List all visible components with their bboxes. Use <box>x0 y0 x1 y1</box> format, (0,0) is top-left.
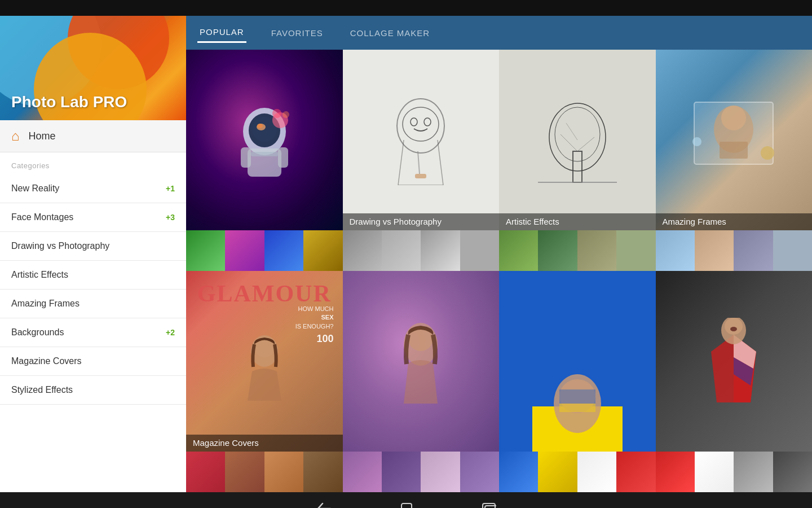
svg-line-26 <box>566 123 577 140</box>
back-icon <box>316 502 332 508</box>
nav-item-label: Magazine Covers <box>11 356 82 366</box>
cell-label-overlay: Artistic Effects <box>499 213 656 230</box>
svg-line-24 <box>561 134 577 151</box>
grid-cell-amazing-frames[interactable]: Amazing Frames <box>656 50 813 271</box>
nav-item-label: Drawing vs Photography <box>11 241 109 251</box>
thumb-2 <box>382 452 421 492</box>
home-button[interactable] <box>399 501 414 508</box>
thumb-4 <box>616 452 655 492</box>
recents-icon <box>482 502 496 508</box>
grid-cell-flag-face[interactable] <box>499 271 656 492</box>
thumb-1 <box>186 230 225 271</box>
cell-label: Amazing Frames <box>663 217 726 226</box>
svg-point-23 <box>555 107 600 161</box>
thumb-3 <box>734 452 773 492</box>
tab-collage-maker[interactable]: COLLAGE MAKER <box>348 24 432 42</box>
thumb-3 <box>264 452 303 492</box>
content-area: POPULAR FAVORITES COLLAGE MAKER <box>186 16 812 492</box>
back-button[interactable] <box>316 502 332 508</box>
thumb-2 <box>225 452 264 492</box>
thumbnail-row <box>343 230 500 271</box>
grid-cell-artistic[interactable]: Artistic Effects <box>499 50 656 271</box>
svg-rect-19 <box>415 174 426 178</box>
thumb-2 <box>225 230 264 271</box>
svg-rect-7 <box>278 147 288 168</box>
svg-point-33 <box>692 137 701 146</box>
app-title: Photo Lab PRO <box>11 93 127 111</box>
svg-rect-31 <box>720 142 748 159</box>
thumbnail-row <box>656 452 813 492</box>
grid-cell-new-reality[interactable] <box>186 50 343 271</box>
thumb-4 <box>303 230 342 271</box>
sidebar: Photo Lab PRO ⌂ Home Categories New Real… <box>0 16 186 492</box>
thumb-2 <box>382 230 421 271</box>
nav-item-label: Artistic Effects <box>11 270 68 280</box>
thumb-2 <box>695 230 734 271</box>
thumb-3 <box>421 230 460 271</box>
svg-point-46 <box>730 327 737 331</box>
grid-cell-artistic-image <box>499 50 656 230</box>
thumbnail-row <box>656 230 813 271</box>
grid-cell-face-montages[interactable]: GLAMOUR HOW MUCHSEXIS ENOUGH? 100 <box>186 271 343 492</box>
thumbnail-row <box>343 452 500 492</box>
thumb-1 <box>186 452 225 492</box>
svg-rect-42 <box>559 389 595 404</box>
svg-rect-6 <box>241 147 251 168</box>
thumbnail-row <box>499 452 656 492</box>
grid-cell-backgrounds[interactable] <box>343 271 500 492</box>
nav-item-badge: +3 <box>166 213 175 222</box>
grid-cell-main-image <box>186 50 343 230</box>
thumb-2 <box>538 230 577 271</box>
grid-cell-sports[interactable] <box>656 271 813 492</box>
cell-label-overlay: Magazine Covers <box>186 435 343 452</box>
svg-point-11 <box>283 111 289 118</box>
magazine-woman <box>236 333 293 401</box>
flag-face-illustration <box>532 361 623 452</box>
thumb-label-cell <box>460 230 499 271</box>
home-icon <box>399 501 414 508</box>
tab-bar: POPULAR FAVORITES COLLAGE MAKER <box>186 16 812 50</box>
grid-cell-frames-image <box>656 50 813 230</box>
nav-item-label: New Reality <box>11 183 59 194</box>
home-nav-item[interactable]: ⌂ Home <box>0 120 186 152</box>
status-bar <box>0 0 812 16</box>
tab-favorites[interactable]: FAVORITES <box>269 24 325 42</box>
thumb-4 <box>773 230 812 271</box>
tab-popular[interactable]: POPULAR <box>197 23 246 43</box>
svg-point-13 <box>403 107 439 141</box>
grid-cell-sports-image <box>656 271 813 452</box>
sidebar-item-stylized-effects[interactable]: Stylized Effects <box>0 376 186 405</box>
sidebar-item-new-reality[interactable]: New Reality +1 <box>0 174 186 203</box>
home-label: Home <box>29 130 56 142</box>
astronaut-illustration <box>231 98 298 182</box>
sidebar-item-face-montages[interactable]: Face Montages +3 <box>0 203 186 232</box>
thumb-1 <box>656 230 695 271</box>
sidebar-header: Photo Lab PRO <box>0 16 186 120</box>
recents-button[interactable] <box>482 502 496 508</box>
thumbnail-row <box>499 230 656 271</box>
sidebar-item-drawing-vs-photography[interactable]: Drawing vs Photography <box>0 232 186 261</box>
frames-illustration <box>689 97 779 184</box>
svg-line-17 <box>438 140 443 185</box>
grid-cell-bg-image <box>343 271 500 452</box>
svg-rect-21 <box>573 151 582 182</box>
grid-cell-sketch[interactable]: Drawing vs Photography <box>343 50 500 271</box>
thumb-1 <box>656 452 695 492</box>
tree-sketch <box>532 95 623 185</box>
svg-rect-48 <box>401 503 412 508</box>
cell-label-overlay: Drawing vs Photography <box>343 213 500 230</box>
magazine-text: HOW MUCHSEXIS ENOUGH? 100 <box>295 305 334 345</box>
sketch-illustration <box>381 95 460 185</box>
thumb-3 <box>577 230 616 271</box>
sidebar-item-artistic-effects[interactable]: Artistic Effects <box>0 261 186 290</box>
cell-label: Drawing vs Photography <box>350 217 442 226</box>
nav-item-badge: +1 <box>166 184 175 193</box>
woman-illustration <box>387 319 454 404</box>
sidebar-item-magazine-covers[interactable]: Magazine Covers <box>0 347 186 376</box>
sidebar-item-backgrounds[interactable]: Backgrounds +2 <box>0 318 186 347</box>
thumb-1 <box>499 230 538 271</box>
sidebar-item-amazing-frames[interactable]: Amazing Frames <box>0 290 186 318</box>
svg-point-22 <box>549 103 606 171</box>
nav-item-label: Backgrounds <box>11 327 64 338</box>
cell-label: Artistic Effects <box>506 217 559 226</box>
